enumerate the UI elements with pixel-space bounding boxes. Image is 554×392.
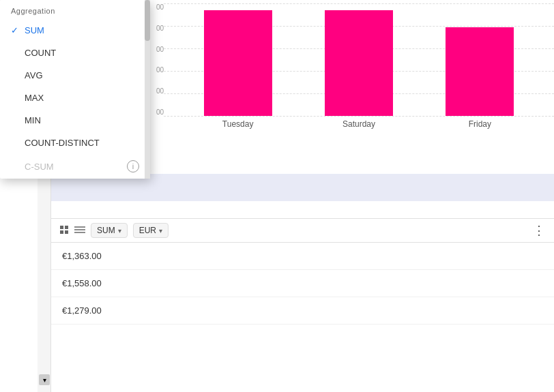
dropdown-header: Aggregation [0, 0, 150, 19]
svg-rect-3 [65, 230, 68, 234]
sum-dropdown-arrow: ▾ [118, 227, 121, 235]
checkmark-icon: ✓ [11, 25, 25, 35]
item-label-max: MAX [25, 93, 139, 103]
gridline-6 [164, 116, 554, 117]
more-options-icon[interactable]: ⋮ [533, 223, 546, 238]
aggregation-item-max[interactable]: MAX [0, 87, 150, 109]
data-value-1: €1,363.00 [62, 251, 102, 261]
item-label-count: COUNT [25, 48, 139, 58]
y-label-5: 00 [156, 87, 164, 95]
tab-icon [59, 225, 69, 237]
y-label-1: 00 [156, 3, 164, 11]
item-label-avg: AVG [25, 70, 139, 80]
data-rows: €1,363.00 €1,558.00 €1,279.00 [51, 243, 554, 325]
svg-rect-0 [60, 226, 63, 229]
aggregation-dropdown: Aggregation ✓ SUM COUNT AVG MAX MIN COUN… [0, 0, 150, 179]
x-label-tuesday: Tuesday [204, 119, 272, 129]
y-label-3: 00 [156, 46, 164, 53]
bar-group-saturday [325, 10, 393, 116]
item-label-min: MIN [25, 115, 139, 125]
info-icon-c-sum[interactable]: i [127, 160, 139, 172]
data-value-3: €1,279.00 [62, 305, 102, 316]
sum-label: SUM [97, 226, 115, 235]
y-label-4: 00 [156, 66, 164, 74]
y-axis-labels: 00 00 00 00 00 00 [150, 3, 164, 116]
x-label-friday: Friday [446, 119, 514, 129]
currency-dropdown-arrow: ▾ [159, 227, 162, 235]
aggregation-item-count[interactable]: COUNT [0, 42, 150, 64]
currency-label: EUR [139, 226, 156, 235]
sum-button[interactable]: SUM ▾ [91, 223, 128, 238]
chart-bars [164, 3, 554, 116]
data-row-3: €1,279.00 [51, 297, 554, 325]
y-label-2: 00 [156, 25, 164, 32]
x-axis-labels: Tuesday Saturday Friday [164, 119, 554, 129]
bar-friday [446, 27, 514, 116]
item-label-count-distinct: COUNT-DISTINCT [25, 138, 139, 148]
item-label-c-sum: C-SUM [25, 162, 127, 172]
aggregation-item-sum[interactable]: ✓ SUM [0, 19, 150, 42]
bar-saturday [325, 10, 393, 116]
aggregation-item-count-distinct[interactable]: COUNT-DISTINCT [0, 132, 150, 154]
bar-group-friday [446, 27, 514, 116]
menu-icon [74, 226, 85, 236]
item-label-sum: SUM [25, 25, 139, 35]
svg-rect-2 [60, 230, 63, 234]
aggregation-item-avg[interactable]: AVG [0, 64, 150, 87]
bar-group-tuesday [204, 10, 272, 116]
bar-tuesday [204, 10, 272, 116]
aggregation-item-c-sum[interactable]: C-SUM i [0, 154, 150, 179]
y-label-6: 00 [156, 108, 164, 116]
data-row-2: €1,558.00 [51, 270, 554, 297]
currency-button[interactable]: EUR ▾ [133, 223, 169, 238]
bottom-panel: SUM ▾ EUR ▾ ⋮ €1,363.00 €1,558.00 €1,279… [51, 218, 554, 392]
data-row-1: €1,363.00 [51, 243, 554, 270]
x-label-saturday: Saturday [325, 119, 393, 129]
svg-rect-1 [65, 226, 68, 229]
scroll-down-arrow[interactable]: ▾ [39, 374, 50, 385]
bottom-toolbar: SUM ▾ EUR ▾ ⋮ [51, 219, 554, 243]
aggregation-item-min[interactable]: MIN [0, 109, 150, 132]
data-value-2: €1,558.00 [62, 278, 102, 288]
